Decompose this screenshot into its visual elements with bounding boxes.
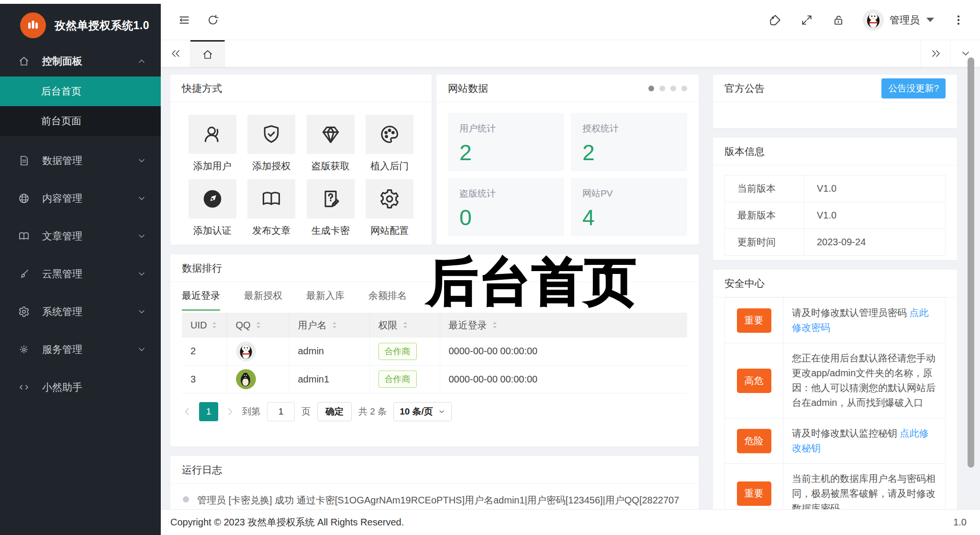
sidebar-item-backend-home[interactable]: 后台首页: [0, 76, 161, 106]
page-input[interactable]: [267, 402, 295, 421]
role-badge: 合作商: [379, 371, 417, 388]
per-page-select[interactable]: 10 条/页: [393, 402, 452, 421]
column-header-last-login[interactable]: 最近登录: [440, 313, 687, 338]
refresh-button[interactable]: [206, 13, 220, 27]
column-header-qq[interactable]: QQ: [227, 313, 289, 338]
main-content: 快捷方式 添加用户 添加授权 盗版获取: [161, 67, 980, 509]
cell-username: admin: [289, 338, 369, 365]
qq-avatar: [236, 341, 256, 361]
sidebar-item-control-panel[interactable]: 控制面板: [0, 46, 161, 76]
stat-users: 用户统计 2: [448, 113, 564, 171]
shortcut-publish-article[interactable]: 发布文章: [242, 179, 301, 237]
collapse-sidebar-button[interactable]: [177, 13, 191, 27]
shortcut-generate-card-key[interactable]: 生成卡密: [301, 179, 360, 237]
confirm-page-button[interactable]: 确定: [317, 402, 352, 421]
shortcut-add-license[interactable]: 添加授权: [242, 115, 301, 173]
cell-uid: 2: [182, 338, 227, 365]
more-dots-icon: [952, 14, 965, 26]
more-menu-button[interactable]: [951, 13, 966, 27]
cell-role: 合作商: [369, 338, 440, 365]
logo-icon: [20, 12, 46, 38]
sidebar-item-assistant[interactable]: 小然助手: [0, 368, 161, 406]
refresh-icon: [207, 14, 219, 26]
chevron-down-icon: [438, 408, 445, 415]
sidebar-item-service-mgmt[interactable]: 服务管理: [0, 330, 161, 368]
app-root: 孜然单授权系统1.0 控制面板 后台首页 前台页面 数据管理 内容管理: [0, 0, 980, 535]
caret-down-icon: [926, 18, 934, 22]
tabs-scroll-right-button[interactable]: [921, 40, 950, 67]
home-icon: [202, 49, 213, 60]
shortcut-add-user[interactable]: 添加用户: [183, 115, 242, 173]
scrollbar-thumb[interactable]: [968, 57, 974, 468]
version-row: 当前版本 V1.0: [725, 175, 946, 202]
avatar: [863, 10, 884, 31]
tab-latest-license[interactable]: 最新授权: [244, 282, 282, 311]
version-info-card: 版本信息 当前版本 V1.0 最新版本 V1.0 更新时间 2023-09-24: [713, 138, 957, 260]
run-log-card: 运行日志 管理员 [卡密兑换] 成功 通过卡密[S1OGAgrNAm19RCEo…: [170, 456, 699, 509]
chevron-down-icon: [137, 231, 146, 241]
sidebar-item-system-mgmt[interactable]: 系统管理: [0, 293, 161, 330]
announcement-refresh-button[interactable]: 公告没更新?: [881, 78, 946, 98]
card-title: 快捷方式: [182, 82, 222, 95]
book-icon: [18, 230, 30, 242]
column-header-role[interactable]: 权限: [369, 313, 440, 338]
version-row: 更新时间 2023-09-24: [725, 229, 946, 256]
sidebar-item-frontend-page[interactable]: 前台页面: [0, 106, 161, 136]
security-text: 当前主机的数据库用户名与密码相同，极易被黑客破解，请及时修改数据库密码: [792, 473, 935, 509]
card-title: 版本信息: [724, 145, 765, 158]
sidebar-item-cloudblack-mgmt[interactable]: 云黑管理: [0, 255, 161, 293]
double-chevron-left-icon: [170, 48, 181, 59]
sidebar-item-content-mgmt[interactable]: 内容管理: [0, 179, 161, 217]
tab-latest-storage[interactable]: 最新入库: [306, 282, 345, 311]
severity-badge: 危险: [737, 429, 771, 453]
shortcut-site-config[interactable]: 网站配置: [360, 179, 420, 237]
log-entry: 管理员 [卡密兑换] 成功 通过卡密[S1OGAgrNAm19RCEoPTHS]…: [170, 484, 699, 509]
compass-icon: [202, 188, 223, 209]
column-header-username[interactable]: 用户名: [289, 313, 369, 338]
chevron-down-icon: [137, 345, 146, 354]
shortcut-backdoor[interactable]: 植入后门: [360, 115, 420, 173]
shortcut-pirate-fetch[interactable]: 盗版获取: [301, 115, 360, 173]
tab-balance-rank[interactable]: 余额排名: [368, 282, 407, 311]
table-row: 3 admin1 合作商 0000-00-00 00:00:00: [182, 365, 687, 393]
next-page-icon[interactable]: [225, 406, 235, 417]
doc-question-icon: [320, 188, 341, 209]
copyright-text: Copyright © 2023 孜然单授权系统 All Rights Rese…: [170, 516, 404, 529]
tab-home[interactable]: [190, 40, 225, 67]
qq-avatar: [236, 369, 256, 389]
tag-button[interactable]: [768, 13, 782, 27]
column-header-uid[interactable]: UID: [182, 313, 227, 338]
sort-icon: [402, 321, 408, 329]
lock-screen-button[interactable]: [831, 13, 846, 27]
announcement-card: 官方公告 公告没更新?: [713, 75, 957, 128]
cell-username: admin1: [289, 365, 369, 393]
window-edge: [0, 0, 980, 4]
shortcuts-card: 快捷方式 添加用户 添加授权 盗版获取: [170, 75, 432, 245]
security-center-card: 安全中心 重要 请及时修改默认管理员密码 点此修改密码 高危 您正在使用后台默认…: [713, 270, 957, 509]
shortcut-add-cert[interactable]: 添加认证: [183, 179, 242, 237]
shield-check-icon: [261, 124, 282, 145]
sidebar-item-data-mgmt[interactable]: 数据管理: [0, 142, 161, 179]
carousel-dot[interactable]: [681, 86, 687, 91]
stats-grid: 用户统计 2 授权统计 2 盗版统计 0 网站PV: [436, 102, 699, 245]
sidebar-item-article-mgmt[interactable]: 文章管理: [0, 217, 161, 255]
ranking-tabs: 最近登录 最新授权 最新入库 余额排名: [170, 282, 699, 311]
carousel-dot[interactable]: [659, 86, 665, 91]
log-bullet-icon: [183, 496, 189, 502]
tab-recent-login[interactable]: 最近登录: [182, 282, 220, 311]
tab-bar: [161, 40, 980, 67]
stat-value: 0: [459, 205, 553, 230]
carousel-dot[interactable]: [670, 86, 676, 91]
sort-icon: [492, 321, 498, 329]
carousel-dot[interactable]: [648, 86, 654, 91]
page-number-button[interactable]: 1: [199, 402, 218, 421]
home-icon: [18, 55, 30, 67]
user-menu[interactable]: 管理员: [863, 10, 934, 31]
stat-pirate: 盗版统计 0: [448, 178, 564, 236]
fullscreen-button[interactable]: [800, 13, 814, 27]
globe-icon: [18, 193, 30, 204]
prev-page-icon[interactable]: [182, 406, 192, 417]
stat-value: 4: [582, 205, 676, 230]
tabs-scroll-left-button[interactable]: [161, 40, 190, 67]
tabs-menu-button[interactable]: [950, 40, 980, 67]
